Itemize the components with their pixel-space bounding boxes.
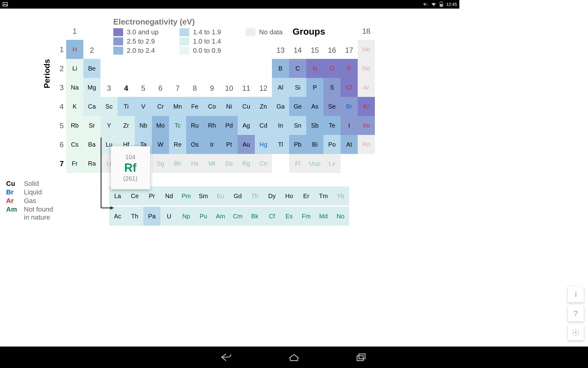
element-cell-V[interactable]: V: [135, 97, 152, 116]
element-cell-Ti[interactable]: Ti: [118, 97, 135, 116]
element-cell-Br[interactable]: Br: [341, 97, 358, 116]
element-cell-Cm[interactable]: Cm: [229, 207, 246, 226]
element-cell-Uup[interactable]: Uup: [306, 154, 323, 173]
element-cell-F[interactable]: F: [341, 59, 358, 78]
element-cell-Zn[interactable]: Zn: [255, 97, 272, 116]
element-cell-Tc[interactable]: Tc: [169, 116, 186, 135]
element-cell-K[interactable]: K: [66, 97, 83, 116]
element-cell-Md[interactable]: Md: [315, 207, 332, 226]
element-cell-Rg[interactable]: Rg: [238, 154, 255, 173]
element-cell-Er[interactable]: Er: [298, 186, 315, 205]
element-cell-Cd[interactable]: Cd: [255, 116, 272, 135]
element-cell-Hs[interactable]: Hs: [186, 154, 203, 173]
element-cell-Pu[interactable]: Pu: [195, 207, 212, 226]
element-cell-Cf[interactable]: Cf: [263, 207, 281, 226]
element-cell-Ce[interactable]: Ce: [126, 186, 143, 205]
element-cell-Co[interactable]: Co: [203, 97, 221, 116]
element-cell-Rn[interactable]: Rn: [358, 135, 375, 154]
element-cell-Ds[interactable]: Ds: [221, 154, 238, 173]
element-cell-C[interactable]: C: [289, 59, 306, 78]
element-cell-S[interactable]: S: [323, 78, 341, 97]
element-cell-Th[interactable]: Th: [126, 207, 143, 226]
element-cell-Bk[interactable]: Bk: [246, 207, 263, 226]
element-cell-Ag[interactable]: Ag: [238, 116, 255, 135]
element-cell-Li[interactable]: Li: [66, 59, 83, 78]
element-cell-Gd[interactable]: Gd: [229, 186, 246, 205]
element-cell-At[interactable]: At: [341, 135, 358, 154]
element-cell-Na[interactable]: Na: [66, 78, 83, 97]
element-cell-Cs[interactable]: Cs: [66, 135, 83, 154]
element-cell-Ar[interactable]: Ar: [358, 78, 375, 97]
element-cell-Se[interactable]: Se: [323, 97, 341, 116]
element-cell-Cl[interactable]: Cl: [341, 78, 358, 97]
element-cell-Ga[interactable]: Ga: [272, 97, 289, 116]
element-cell-W[interactable]: W: [152, 135, 169, 154]
element-cell-Zr[interactable]: Zr: [118, 116, 135, 135]
element-cell-Nb[interactable]: Nb: [135, 116, 152, 135]
element-cell-Eu[interactable]: Eu: [212, 186, 229, 205]
element-cell-Au[interactable]: Au: [238, 135, 255, 154]
element-cell-Mn[interactable]: Mn: [169, 97, 186, 116]
element-cell-Ne[interactable]: Ne: [358, 59, 375, 78]
element-cell-I[interactable]: I: [341, 116, 358, 135]
element-cell-Mg[interactable]: Mg: [83, 78, 100, 97]
element-cell-Xe[interactable]: Xe: [358, 116, 375, 135]
element-cell-In[interactable]: In: [272, 116, 289, 135]
element-cell-Mt[interactable]: Mt: [203, 154, 221, 173]
element-cell-Ge[interactable]: Ge: [289, 97, 306, 116]
element-cell-Dy[interactable]: Dy: [263, 186, 281, 205]
element-cell-Cn[interactable]: Cn: [255, 154, 272, 173]
element-cell-Lv[interactable]: Lv: [323, 154, 341, 173]
element-cell-Nd[interactable]: Nd: [160, 186, 178, 205]
element-cell-Fe[interactable]: Fe: [186, 97, 203, 116]
element-cell-Bi[interactable]: Bi: [306, 135, 323, 154]
element-cell-Yb[interactable]: Yb: [332, 186, 349, 205]
element-cell-Sb[interactable]: Sb: [306, 116, 323, 135]
element-cell-Sn[interactable]: Sn: [289, 116, 306, 135]
element-cell-Cr[interactable]: Cr: [152, 97, 169, 116]
element-cell-Os[interactable]: Os: [186, 135, 203, 154]
element-cell-Sm[interactable]: Sm: [195, 186, 212, 205]
element-cell-Tb[interactable]: Tb: [246, 186, 263, 205]
element-cell-Pr[interactable]: Pr: [143, 186, 160, 205]
element-cell-Ca[interactable]: Ca: [83, 97, 100, 116]
element-cell-Np[interactable]: Np: [178, 207, 195, 226]
element-cell-Sc[interactable]: Sc: [100, 97, 118, 116]
element-cell-N[interactable]: N: [306, 59, 323, 78]
element-cell-Ru[interactable]: Ru: [186, 116, 203, 135]
element-cell-As[interactable]: As: [306, 97, 323, 116]
element-cell-Sr[interactable]: Sr: [83, 116, 100, 135]
element-cell-Pd[interactable]: Pd: [221, 116, 238, 135]
element-detail-popup[interactable]: 104 Rf (261): [111, 146, 150, 189]
element-cell-Re[interactable]: Re: [169, 135, 186, 154]
element-cell-Y[interactable]: Y: [100, 116, 118, 135]
element-cell-O[interactable]: O: [323, 59, 341, 78]
element-cell-Pm[interactable]: Pm: [178, 186, 195, 205]
element-cell-Pb[interactable]: Pb: [289, 135, 306, 154]
element-cell-Tl[interactable]: Tl: [272, 135, 289, 154]
element-cell-Ho[interactable]: Ho: [281, 186, 298, 205]
element-cell-Fl[interactable]: Fl: [289, 154, 306, 173]
element-cell-Sg[interactable]: Sg: [152, 154, 169, 173]
element-cell-Fm[interactable]: Fm: [298, 207, 315, 226]
element-cell-Be[interactable]: Be: [83, 59, 100, 78]
element-cell-Si[interactable]: Si: [289, 78, 306, 97]
element-cell-U[interactable]: U: [160, 207, 178, 226]
element-cell-Rh[interactable]: Rh: [203, 116, 221, 135]
element-cell-H[interactable]: H: [66, 40, 83, 59]
element-cell-B[interactable]: B: [272, 59, 289, 78]
element-cell-Bh[interactable]: Bh: [169, 154, 186, 173]
element-cell-Ir[interactable]: Ir: [203, 135, 221, 154]
element-cell-Te[interactable]: Te: [323, 116, 341, 135]
element-cell-Po[interactable]: Po: [323, 135, 341, 154]
element-cell-P[interactable]: P: [306, 78, 323, 97]
element-cell-Ni[interactable]: Ni: [221, 97, 238, 116]
element-cell-Es[interactable]: Es: [281, 207, 298, 226]
element-cell-Tm[interactable]: Tm: [315, 186, 332, 205]
element-cell-No[interactable]: No: [332, 207, 349, 226]
element-cell-Pt[interactable]: Pt: [221, 135, 238, 154]
element-cell-Cu[interactable]: Cu: [238, 97, 255, 116]
element-cell-Rb[interactable]: Rb: [66, 116, 83, 135]
element-cell-Fr[interactable]: Fr: [66, 154, 83, 173]
element-cell-Hg[interactable]: Hg: [255, 135, 272, 154]
